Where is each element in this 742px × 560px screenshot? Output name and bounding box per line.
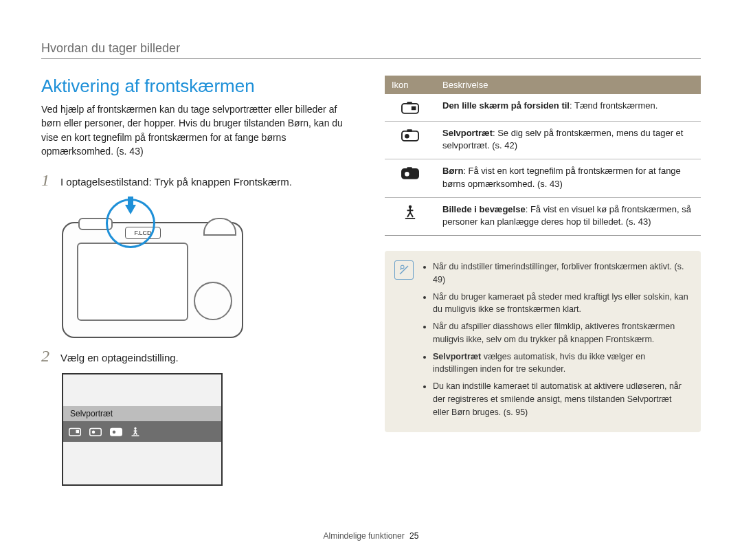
svg-rect-4 <box>111 429 122 436</box>
icon-description-table: Ikon Beskrivelse Den lille skærm på fors… <box>385 76 701 236</box>
step-text: Vælg en optageindstilling. <box>60 350 179 365</box>
note-item: Selvportræt vælges automatisk, hvis du i… <box>433 350 690 377</box>
step-text: I optagelsestilstand: Tryk på knappen Fr… <box>60 175 292 189</box>
svg-point-5 <box>113 431 116 434</box>
camera-children-icon <box>385 159 436 197</box>
table-row: Den lille skærm på forsiden til: Tænd fr… <box>385 94 701 122</box>
table-header-icon: Ikon <box>385 76 436 94</box>
lcd-mode-icon-row <box>63 421 221 442</box>
note-list: Når du indstiller timerindstillinger, fo… <box>422 260 690 423</box>
jump-icon <box>131 427 143 436</box>
intro-paragraph: Ved hjælp af frontskærmen kan du tage se… <box>41 102 357 158</box>
table-header-desc: Beskrivelse <box>436 76 701 94</box>
note-item: Når du afspiller diasshows eller filmkli… <box>433 320 690 346</box>
table-cell-desc: Børn: Få vist en kort tegnefilm på front… <box>436 159 701 197</box>
camera-self-icon <box>385 122 436 159</box>
svg-rect-15 <box>407 168 412 170</box>
note-item: Når du indstiller timerindstillinger, fo… <box>433 260 690 287</box>
svg-rect-1 <box>76 430 80 434</box>
jump-icon <box>385 197 436 235</box>
two-column-layout: Aktivering af frontskærmen Ved hjælp af … <box>41 76 701 486</box>
camera-children-icon <box>110 427 122 436</box>
svg-point-16 <box>405 172 409 177</box>
svg-rect-12 <box>407 129 412 132</box>
note-icon <box>394 260 414 280</box>
step-number: 2 <box>41 348 54 364</box>
svg-rect-2 <box>90 429 102 436</box>
right-column: Ikon Beskrivelse Den lille skærm på fors… <box>385 76 701 486</box>
camera-control-wheel-icon <box>194 282 232 320</box>
table-row: Børn: Få vist en kort tegnefilm på front… <box>385 159 701 197</box>
svg-point-6 <box>134 427 136 429</box>
page-number: 25 <box>409 531 418 541</box>
table-cell-desc: Den lille skærm på forsiden til: Tænd fr… <box>436 94 701 122</box>
section-header: Hvordan du tager billeder <box>41 41 701 59</box>
note-item: Når du bruger kameraet på steder med kra… <box>433 291 690 317</box>
table-row: Billede i bevægelse: Få vist en visuel k… <box>385 197 701 235</box>
page-heading: Aktivering af frontskærmen <box>41 76 357 97</box>
page-footer: Almindelige funktioner 25 <box>0 531 742 541</box>
table-cell-desc: Selvportræt: Se dig selv på frontskærmen… <box>436 122 701 159</box>
lcd-mode-title: Selvportræt <box>63 406 221 421</box>
camera-dial-icon <box>203 218 236 236</box>
lcd-menu-illustration: Selvportræt <box>62 373 223 486</box>
camera-body-icon: F.LCD <box>62 222 243 338</box>
note-item: Du kan indstille kameraet til automatisk… <box>433 380 690 418</box>
footer-label: Almindelige funktioner <box>324 531 405 541</box>
svg-point-3 <box>92 431 95 434</box>
svg-rect-8 <box>402 104 418 113</box>
table-row: Selvportræt: Se dig selv på frontskærmen… <box>385 122 701 159</box>
camera-front-on-icon <box>69 427 81 436</box>
table-cell-desc: Billede i bevægelse: Få vist en visuel k… <box>436 197 701 235</box>
svg-rect-11 <box>402 131 418 141</box>
manual-page: Hvordan du tager billeder Aktivering af … <box>0 0 742 560</box>
left-column: Aktivering af frontskærmen Ved hjælp af … <box>41 76 357 486</box>
step-number: 1 <box>41 172 54 188</box>
svg-rect-10 <box>412 107 416 111</box>
svg-point-13 <box>405 134 409 139</box>
camera-lcd-icon <box>77 243 188 321</box>
svg-rect-9 <box>407 102 412 104</box>
callout-circle-icon <box>106 199 155 248</box>
step-1: 1 I optagelsestilstand: Tryk på knappen … <box>41 172 357 189</box>
camera-front-on-icon <box>385 94 436 122</box>
camera-illustration: F.LCD <box>62 197 357 338</box>
arrow-down-icon <box>125 205 136 214</box>
camera-self-icon <box>89 427 102 436</box>
note-box: Når du indstiller timerindstillinger, fo… <box>385 251 701 432</box>
step-2: 2 Vælg en optageindstilling. <box>41 348 357 365</box>
svg-rect-14 <box>402 169 418 179</box>
